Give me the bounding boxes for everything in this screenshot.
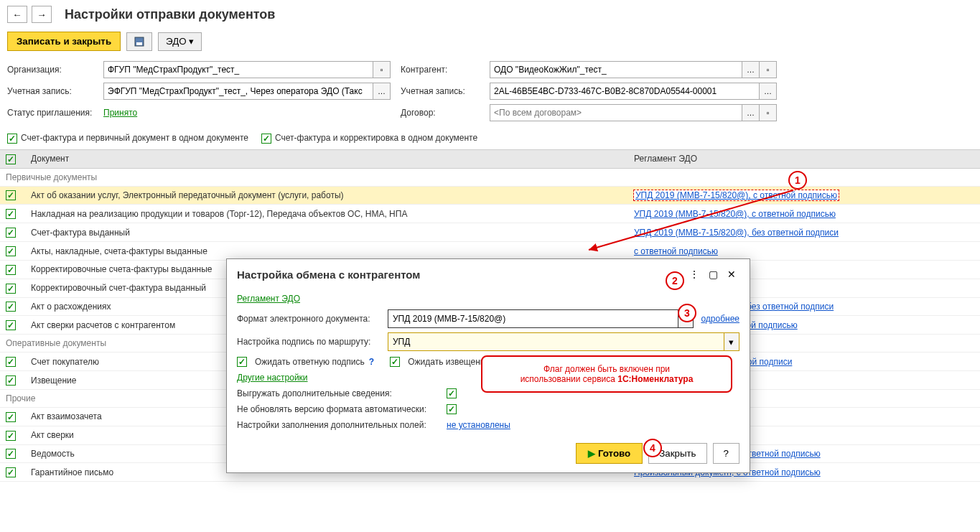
table-row[interactable]: Накладная на реализацию продукции и това… (0, 205, 980, 223)
reg-link[interactable]: УПД 2019 (ММВ-7-15/820@), с ответной под… (634, 190, 839, 200)
no-update-checkbox[interactable] (447, 404, 457, 414)
export-extra-checkbox[interactable] (447, 388, 457, 398)
contr-open-button[interactable]: ▫ (760, 61, 777, 78)
account2-label: Учетная запись: (401, 86, 480, 96)
col-reg[interactable]: Регламент ЭДО (628, 149, 980, 168)
contract-input[interactable] (490, 104, 742, 121)
account2-input[interactable] (490, 83, 760, 100)
status-label: Статус приглашения: (7, 108, 93, 118)
account2-select-button[interactable]: … (760, 83, 777, 100)
route-input[interactable] (388, 332, 724, 351)
edo-dropdown-button[interactable]: ЭДО ▾ (158, 32, 202, 51)
callout-1: 1 (788, 171, 807, 190)
route-dropdown-button[interactable]: ▾ (724, 332, 739, 351)
wait-sign-checkbox[interactable] (237, 357, 247, 367)
status-link[interactable]: Принято (103, 108, 391, 118)
callout-note: Флаг должен быть включен при использован… (481, 355, 732, 393)
save-button[interactable] (126, 32, 152, 51)
chk-correction[interactable] (261, 134, 271, 144)
route-label: Настройка подпись по маршруту: (237, 337, 381, 347)
contr-select-button[interactable]: … (742, 61, 760, 78)
other-settings-link[interactable]: Другие настройки (237, 373, 308, 383)
org-label: Организация: (7, 65, 93, 75)
table-row[interactable]: Акты, накладные, счета-фактуры выданныес… (0, 242, 980, 261)
modal-maximize-button[interactable]: ▢ (705, 266, 721, 282)
col-check[interactable] (0, 149, 25, 168)
help-icon[interactable]: ? (369, 357, 374, 367)
callout-3: 3 (678, 304, 696, 322)
ready-button[interactable]: Готово (576, 443, 643, 464)
contr-input[interactable] (490, 61, 742, 78)
contract-select-button[interactable]: … (742, 104, 760, 121)
contr-label: Контрагент: (401, 65, 480, 75)
wait-notice-checkbox[interactable] (390, 357, 400, 367)
fill-settings-link[interactable]: не установлены (447, 420, 510, 430)
modal-title: Настройка обмена с контрагентом (237, 269, 683, 281)
format-label: Формат электронного документа: (237, 314, 381, 324)
callout-2: 2 (666, 271, 684, 290)
more-link[interactable]: одробнее (701, 314, 739, 324)
save-close-button[interactable]: Записать и закрыть (7, 32, 121, 51)
svg-rect-1 (136, 42, 142, 45)
table-row[interactable]: Счет-фактура выданныйУПД 2019 (ММВ-7-15/… (0, 223, 980, 242)
group-primary: Первичные документы (0, 168, 980, 186)
col-doc[interactable]: Документ (25, 149, 628, 168)
modal-close-button[interactable]: ✕ (724, 266, 739, 282)
format-input[interactable] (388, 309, 678, 328)
account-select-button[interactable]: … (373, 83, 391, 100)
account-label: Учетная запись: (7, 86, 93, 96)
callout-4: 4 (643, 439, 662, 457)
help-button[interactable]: ? (713, 443, 739, 464)
account-input[interactable] (103, 83, 373, 100)
org-open-button[interactable]: ▫ (373, 61, 391, 78)
nav-back-button[interactable]: ← (7, 6, 27, 23)
contract-label: Договор: (401, 108, 480, 118)
modal-menu-button[interactable]: ⋮ (686, 266, 702, 282)
table-row[interactable]: Акт об оказании услуг, Электронный перед… (0, 186, 980, 205)
reg-edo-link[interactable]: Регламент ЭДО (237, 294, 300, 304)
nav-forward-button[interactable]: → (32, 6, 52, 23)
org-input[interactable] (103, 61, 373, 78)
chk-onefile[interactable] (7, 134, 17, 144)
page-title: Настройки отправки документов (65, 7, 275, 22)
contract-open-button[interactable]: ▫ (760, 104, 777, 121)
